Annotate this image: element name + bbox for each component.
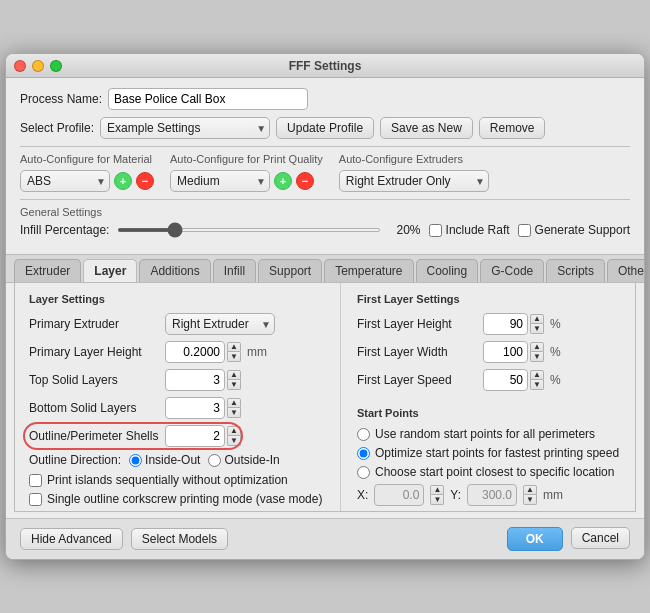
first-layer-speed-input[interactable] — [483, 369, 528, 391]
tab-layer[interactable]: Layer — [83, 259, 137, 282]
material-select-wrap: ABS PLA ▼ — [20, 170, 110, 192]
first-layer-height-input[interactable] — [483, 313, 528, 335]
print-islands-checkbox[interactable] — [29, 474, 42, 487]
first-layer-height-label: First Layer Height — [357, 317, 477, 331]
y-input[interactable] — [467, 484, 517, 506]
tab-panel: Layer Settings Primary Extruder Right Ex… — [14, 283, 636, 512]
primary-layer-height-down[interactable]: ▼ — [227, 352, 241, 362]
infill-slider[interactable] — [117, 228, 380, 232]
y-up[interactable]: ▲ — [523, 485, 537, 495]
generate-support-checkbox[interactable] — [518, 224, 531, 237]
tab-gcode[interactable]: G-Code — [480, 259, 544, 282]
outline-shells-input[interactable] — [165, 425, 225, 447]
outside-in-radio[interactable] — [208, 454, 221, 467]
material-group: Auto-Configure for Material ABS PLA ▼ + … — [20, 153, 154, 192]
primary-layer-height-row: Primary Layer Height ▲ ▼ mm — [29, 341, 324, 363]
infill-value: 20% — [389, 223, 421, 237]
start-points-title: Start Points — [357, 407, 621, 419]
material-add-button[interactable]: + — [114, 172, 132, 190]
tab-temperature[interactable]: Temperature — [324, 259, 413, 282]
primary-extruder-select[interactable]: Right Extruder Left Extruder — [165, 313, 275, 335]
first-layer-height-down[interactable]: ▼ — [530, 324, 544, 334]
bottom-solid-layers-down[interactable]: ▼ — [227, 408, 241, 418]
profile-select[interactable]: Example Settings Default Custom — [100, 117, 270, 139]
first-layer-height-up[interactable]: ▲ — [530, 314, 544, 324]
panels: Layer Settings Primary Extruder Right Ex… — [15, 283, 635, 511]
tab-extruder[interactable]: Extruder — [14, 259, 81, 282]
start-points-option3-text: Choose start point closest to specific l… — [375, 465, 614, 479]
outline-shells-wrap: ▲ ▼ — [165, 425, 241, 447]
primary-layer-height-up[interactable]: ▲ — [227, 342, 241, 352]
main-window: FFF Settings Process Name: Select Profil… — [5, 53, 645, 560]
start-points-option3-radio[interactable] — [357, 466, 370, 479]
bottom-solid-layers-input[interactable] — [165, 397, 225, 419]
tab-other[interactable]: Other — [607, 259, 645, 282]
primary-layer-height-input[interactable] — [165, 341, 225, 363]
tab-infill[interactable]: Infill — [213, 259, 256, 282]
first-layer-speed-down[interactable]: ▼ — [530, 380, 544, 390]
tab-additions[interactable]: Additions — [139, 259, 210, 282]
first-layer-speed-up[interactable]: ▲ — [530, 370, 544, 380]
ok-button[interactable]: OK — [507, 527, 563, 551]
y-down[interactable]: ▼ — [523, 495, 537, 505]
outline-shells-up[interactable]: ▲ — [227, 426, 241, 436]
process-name-input[interactable] — [108, 88, 308, 110]
profile-label: Select Profile: — [20, 121, 94, 135]
minimize-button[interactable] — [32, 60, 44, 72]
top-solid-layers-label: Top Solid Layers — [29, 373, 159, 387]
extruder-select[interactable]: Right Extruder Only Left Extruder Only B… — [339, 170, 489, 192]
close-button[interactable] — [14, 60, 26, 72]
x-up[interactable]: ▲ — [430, 485, 444, 495]
save-as-new-button[interactable]: Save as New — [380, 117, 473, 139]
start-points-option1-radio[interactable] — [357, 428, 370, 441]
top-solid-layers-input[interactable] — [165, 369, 225, 391]
select-profile-row: Select Profile: Example Settings Default… — [20, 117, 630, 139]
x-stepper: ▲ ▼ — [430, 485, 444, 505]
quality-add-button[interactable]: + — [274, 172, 292, 190]
material-select[interactable]: ABS PLA — [20, 170, 110, 192]
process-name-row: Process Name: — [20, 88, 630, 110]
first-layer-width-down[interactable]: ▼ — [530, 352, 544, 362]
material-remove-button[interactable]: − — [136, 172, 154, 190]
titlebar: FFF Settings — [6, 54, 644, 78]
tab-support[interactable]: Support — [258, 259, 322, 282]
infill-label: Infill Percentage: — [20, 223, 109, 237]
top-solid-layers-down[interactable]: ▼ — [227, 380, 241, 390]
start-points-option2-radio[interactable] — [357, 447, 370, 460]
outline-direction-row: Outline Direction: Inside-Out Outside-In — [29, 453, 324, 467]
remove-button[interactable]: Remove — [479, 117, 546, 139]
start-points-option2-text: Optimize start points for fastest printi… — [375, 446, 619, 460]
quality-select[interactable]: Medium Low High — [170, 170, 270, 192]
select-models-button[interactable]: Select Models — [131, 528, 228, 550]
outline-shells-down[interactable]: ▼ — [227, 436, 241, 446]
maximize-button[interactable] — [50, 60, 62, 72]
x-down[interactable]: ▼ — [430, 495, 444, 505]
single-outline-checkbox[interactable] — [29, 493, 42, 506]
first-layer-speed-stepper: ▲ ▼ — [530, 370, 544, 390]
tab-cooling[interactable]: Cooling — [416, 259, 479, 282]
x-input[interactable] — [374, 484, 424, 506]
first-layer-width-up[interactable]: ▲ — [530, 342, 544, 352]
outline-shells-stepper: ▲ ▼ — [227, 426, 241, 446]
primary-extruder-label: Primary Extruder — [29, 317, 159, 331]
process-label: Process Name: — [20, 92, 102, 106]
primary-extruder-row: Primary Extruder Right Extruder Left Ext… — [29, 313, 324, 335]
hide-advanced-button[interactable]: Hide Advanced — [20, 528, 123, 550]
update-profile-button[interactable]: Update Profile — [276, 117, 374, 139]
top-solid-layers-wrap: ▲ ▼ — [165, 369, 241, 391]
right-panel: First Layer Settings First Layer Height … — [341, 283, 621, 511]
quality-remove-button[interactable]: − — [296, 172, 314, 190]
bottom-solid-layers-up[interactable]: ▲ — [227, 398, 241, 408]
first-layer-width-input[interactable] — [483, 341, 528, 363]
inside-out-radio[interactable] — [129, 454, 142, 467]
cancel-button[interactable]: Cancel — [571, 527, 630, 549]
main-content: Process Name: Select Profile: Example Se… — [6, 78, 644, 254]
inside-out-text: Inside-Out — [145, 453, 200, 467]
tab-scripts[interactable]: Scripts — [546, 259, 605, 282]
bottom-right: OK Cancel — [507, 527, 630, 551]
include-raft-checkbox[interactable] — [429, 224, 442, 237]
top-solid-layers-up[interactable]: ▲ — [227, 370, 241, 380]
material-label: Auto-Configure for Material — [20, 153, 154, 165]
profile-select-wrap: Example Settings Default Custom ▼ — [100, 117, 270, 139]
window-title: FFF Settings — [289, 59, 362, 73]
